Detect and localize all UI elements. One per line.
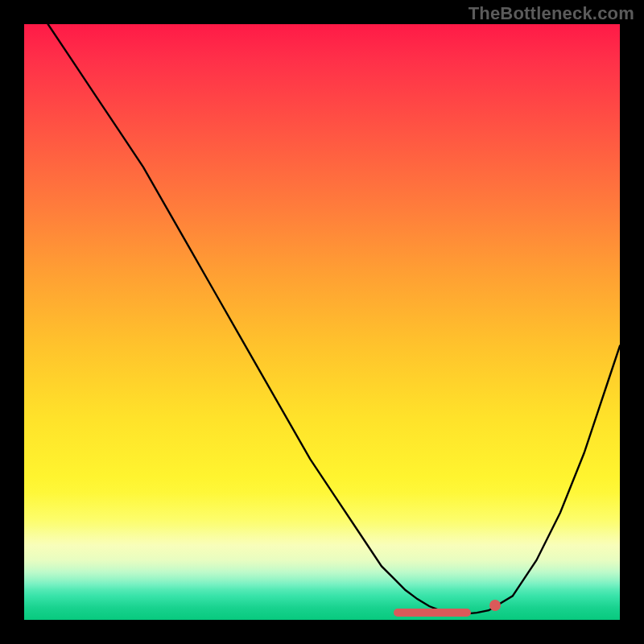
optimal-point-marker	[489, 600, 501, 611]
watermark-text: TheBottleneck.com	[469, 3, 634, 24]
plot-area	[24, 24, 620, 620]
bottleneck-curve	[24, 24, 620, 620]
optimal-range-marker	[394, 609, 471, 617]
chart-frame: TheBottleneck.com	[0, 0, 644, 644]
